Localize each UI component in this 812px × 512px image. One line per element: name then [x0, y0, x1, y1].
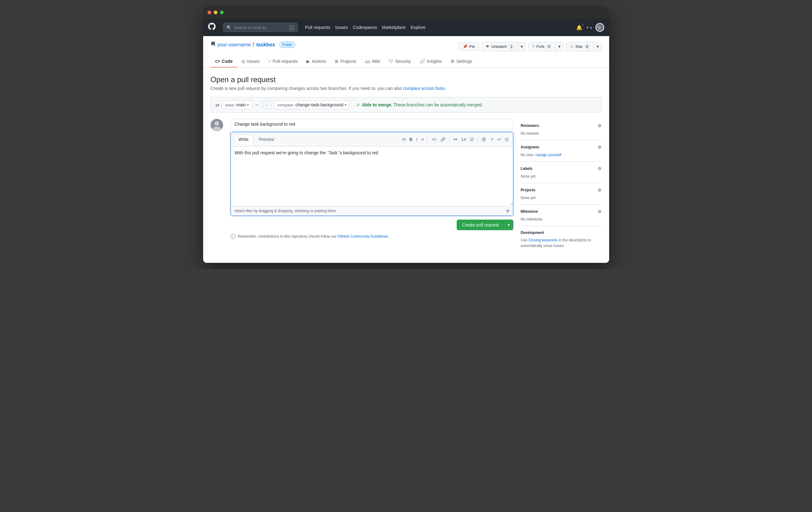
tab-pull-requests[interactable]: ⑂ Pull requests [264, 56, 302, 67]
actions-icon: ▶ [307, 59, 310, 64]
titlebar [203, 6, 609, 19]
watch-dropdown[interactable]: ▾ [518, 42, 526, 51]
unordered-list-button[interactable]: •≡ [452, 136, 459, 143]
fork-dropdown[interactable]: ▾ [556, 42, 563, 51]
nav-marketplace[interactable]: Marketplace [382, 25, 406, 30]
search-placeholder: Search or jump to... [234, 25, 269, 30]
eye-icon: 👁 [486, 44, 490, 49]
nav-issues[interactable]: Issues [335, 25, 348, 30]
write-tab[interactable]: Write [234, 135, 253, 144]
pr-title-input[interactable] [231, 119, 513, 129]
reviewers-section: Reviewers ⚙ No reviews [521, 119, 602, 140]
pr-layout: Write Preview H B I ≡ <> 🔗 [211, 119, 602, 253]
milestone-section: Milestone ⚙ No milestone [521, 205, 602, 226]
reviewers-header: Reviewers ⚙ [521, 123, 602, 128]
navbar: 🔍 Search or jump to... / Pull requests I… [203, 19, 609, 36]
page-subtitle: Create a new pull request by comparing c… [211, 86, 602, 91]
editor-tabs: Write Preview H B I ≡ <> 🔗 [231, 132, 513, 147]
attach-files-area[interactable]: Attach files by dragging & dropping, sel… [231, 206, 513, 216]
pin-button[interactable]: 📌 Pin [459, 42, 479, 51]
base-branch-arrow: ▾ [247, 103, 249, 107]
pr-body-textarea[interactable]: With this pull request we're going to ch… [231, 147, 513, 205]
bold-button[interactable]: B [408, 136, 414, 143]
compare-forks-link[interactable]: compare across forks. [403, 86, 446, 91]
repo-tabs: <> Code ◎ Issues ⑂ Pull requests ▶ Actio… [211, 56, 602, 67]
nav-links: Pull requests Issues Codespaces Marketpl… [305, 25, 426, 30]
preview-tab[interactable]: Preview [255, 135, 279, 144]
create-pull-request-dropdown[interactable]: ▾ [504, 220, 513, 230]
undo-button[interactable]: ↩ [496, 136, 502, 143]
link-button[interactable]: 🔗 [439, 136, 447, 143]
repo-owner[interactable]: your-username [218, 42, 251, 48]
star-button[interactable]: ☆ Star 0 [566, 42, 594, 51]
page-title: Open a pull request [211, 75, 602, 84]
community-guidelines-link[interactable]: GitHub Community Guidelines [338, 234, 388, 239]
projects-gear[interactable]: ⚙ [598, 187, 602, 192]
pin-icon: 📌 [463, 44, 468, 49]
reference-button[interactable]: ↗ [489, 136, 495, 143]
avatar[interactable]: U ▾ [596, 23, 604, 32]
compare-branch-select[interactable]: compare: change-task-background ▾ [274, 100, 350, 109]
italic-button[interactable]: I [415, 136, 419, 143]
star-dropdown[interactable]: ▾ [594, 42, 602, 51]
pr-sidebar: Reviewers ⚙ No reviews Assignees ⚙ No on… [521, 119, 602, 253]
minimize-button[interactable] [214, 10, 218, 14]
main-content: Open a pull request Create a new pull re… [203, 68, 609, 263]
development-description: Use Closing keywords in the description … [521, 237, 602, 248]
nav-explore[interactable]: Explore [411, 25, 425, 30]
pr-header-row: Write Preview H B I ≡ <> 🔗 [211, 119, 513, 239]
attach-icon: ⊞ [506, 209, 509, 213]
new-item-button[interactable]: + ▾ [586, 25, 591, 30]
assignees-header: Assignees ⚙ [521, 145, 602, 150]
nav-codespaces[interactable]: Codespaces [353, 25, 377, 30]
create-pull-request-button[interactable]: Create pull request [457, 220, 504, 230]
swap-branches-button[interactable]: ⇄ [215, 102, 219, 108]
toolbar-sep2 [449, 137, 450, 142]
task-list-button[interactable]: ☑ [468, 136, 475, 143]
branch-options-button[interactable]: ··· [262, 101, 271, 109]
assign-yourself-link[interactable]: assign yourself [536, 153, 561, 157]
mention-button[interactable]: @ [481, 136, 487, 143]
milestone-gear[interactable]: ⚙ [598, 209, 602, 214]
tab-code[interactable]: <> Code [211, 56, 237, 67]
quote-button[interactable]: ≡ [420, 136, 425, 143]
tab-security[interactable]: 🛡 Security [384, 56, 415, 67]
pr-editor: Write Preview H B I ≡ <> 🔗 [231, 132, 513, 216]
fork-button[interactable]: ⑂ Fork 0 [528, 42, 556, 51]
nav-pull-requests[interactable]: Pull requests [305, 25, 330, 30]
notifications-icon[interactable]: 🔔1 [576, 25, 582, 30]
tab-actions[interactable]: ▶ Actions [302, 56, 330, 67]
labels-header: Labels ⚙ [521, 166, 602, 171]
community-guidelines-note: i Remember, contributions to this reposi… [231, 234, 513, 239]
labels-title: Labels [521, 167, 533, 171]
maximize-button[interactable] [220, 10, 224, 14]
tab-issues[interactable]: ◎ Issues [237, 56, 264, 67]
close-button[interactable] [207, 10, 211, 14]
labels-section: Labels ⚙ None yet [521, 162, 602, 183]
merge-status: Able to merge. These branches can be aut… [362, 102, 483, 107]
tab-projects[interactable]: ⊞ Projects [330, 56, 360, 67]
repo-name[interactable]: taskbox [256, 42, 275, 48]
watch-button[interactable]: 👁 Unwatch 1 [482, 42, 518, 51]
fullscreen-button[interactable]: ⊡ [504, 136, 510, 143]
tab-wiki[interactable]: 📖 Wiki [360, 56, 384, 67]
security-icon: 🛡 [389, 59, 393, 64]
tab-insights[interactable]: 📈 Insights [415, 56, 446, 67]
tab-settings[interactable]: ⚙ Settings [446, 56, 476, 67]
app-window: 🔍 Search or jump to... / Pull requests I… [203, 6, 609, 263]
repo-header: your-username / taskbox Public 📌 Pin 👁 U… [203, 36, 609, 68]
ordered-list-button[interactable]: 1≡ [460, 136, 467, 143]
assignees-gear[interactable]: ⚙ [598, 145, 602, 150]
pr-footer: Create pull request ▾ [231, 220, 513, 230]
base-branch-select[interactable]: base: main ▾ [222, 100, 252, 109]
reviewers-gear[interactable]: ⚙ [598, 123, 602, 128]
code-button[interactable]: <> [430, 136, 438, 143]
projects-value: None yet [521, 195, 536, 200]
github-logo[interactable] [208, 23, 215, 32]
reviewers-value: No reviews [521, 131, 539, 135]
editor-toolbar: H B I ≡ <> 🔗 •≡ 1≡ [401, 136, 510, 143]
search-box[interactable]: 🔍 Search or jump to... / [223, 23, 298, 32]
closing-keywords-link[interactable]: Closing keywords [528, 238, 557, 242]
labels-gear[interactable]: ⚙ [598, 166, 602, 171]
heading-button[interactable]: H [401, 136, 407, 143]
